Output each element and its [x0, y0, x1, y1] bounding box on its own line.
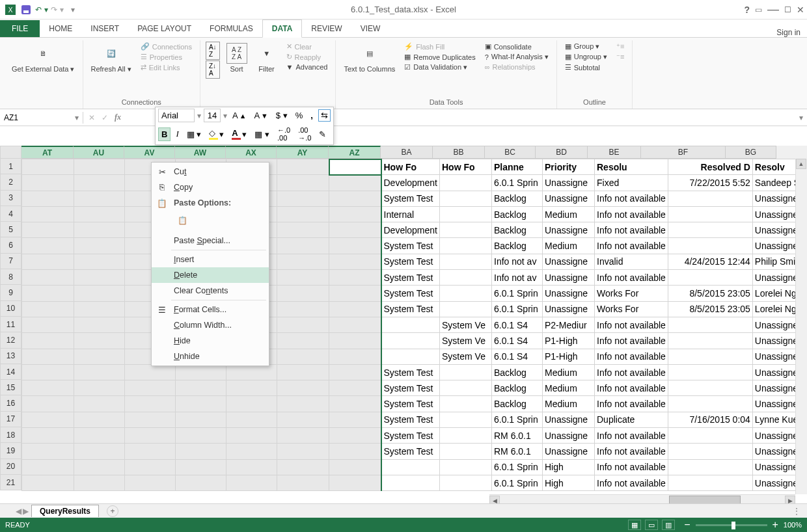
cell[interactable]: [329, 428, 381, 444]
row-header[interactable]: 3: [0, 191, 21, 206]
zoom-out-button[interactable]: −: [684, 519, 690, 531]
cell[interactable]: System Test: [381, 364, 440, 380]
cell[interactable]: [125, 428, 176, 444]
cell[interactable]: [176, 475, 226, 490]
borders-gallery-icon[interactable]: ▦ ▾: [252, 128, 272, 140]
cell[interactable]: Medium: [543, 238, 595, 254]
subtotal-button[interactable]: ☰Subtotal: [562, 62, 610, 72]
cell[interactable]: Info not available: [595, 380, 668, 396]
ctx-insert[interactable]: Insert: [152, 252, 269, 267]
borders-icon[interactable]: ▦ ▾: [184, 128, 204, 140]
cell[interactable]: [668, 475, 752, 490]
cell[interactable]: [74, 270, 125, 286]
cell[interactable]: System Test: [381, 396, 440, 412]
cell[interactable]: Backlog: [492, 222, 543, 238]
row-header[interactable]: 10: [0, 301, 21, 317]
minimize-icon[interactable]: —: [767, 3, 779, 16]
close-icon[interactable]: ✕: [797, 5, 804, 15]
cell[interactable]: Info not available: [595, 191, 668, 206]
chevron-down-icon[interactable]: ▾: [197, 111, 201, 120]
cell[interactable]: 6.0.1 Sprin: [492, 412, 543, 427]
cell[interactable]: [22, 206, 74, 222]
cell[interactable]: [381, 349, 440, 364]
namebox-dropdown-icon[interactable]: ▾: [75, 113, 79, 122]
cell[interactable]: [125, 380, 176, 396]
row-header[interactable]: 16: [0, 395, 21, 411]
new-sheet-button[interactable]: +: [107, 505, 118, 517]
view-normal-icon[interactable]: ▦: [628, 520, 641, 530]
ctx-unhide[interactable]: Unhide: [152, 349, 269, 364]
cell[interactable]: [22, 270, 74, 286]
column-header-BD[interactable]: BD: [536, 146, 588, 159]
cell[interactable]: [226, 428, 277, 444]
ctx-format-cells[interactable]: ☰Format Cells...: [152, 302, 269, 317]
cell[interactable]: Info not available: [595, 475, 668, 490]
cell[interactable]: Info not av: [492, 270, 543, 286]
cell[interactable]: [440, 396, 492, 412]
select-all-corner[interactable]: [0, 146, 21, 159]
cell[interactable]: System Test: [381, 191, 440, 206]
cell[interactable]: [74, 444, 125, 459]
cell[interactable]: [277, 159, 329, 175]
whatif-button[interactable]: ?What-If Analysis ▾: [482, 52, 551, 62]
cell[interactable]: [125, 459, 176, 475]
cell[interactable]: [277, 317, 329, 332]
cell[interactable]: 8/5/2015 23:05: [668, 301, 752, 317]
row-header[interactable]: 13: [0, 349, 21, 364]
cell[interactable]: Development: [381, 222, 440, 238]
cell[interactable]: [381, 333, 440, 349]
ctx-paste-special[interactable]: Paste Special...: [152, 233, 269, 248]
cell[interactable]: 7/22/2015 5:52: [668, 175, 752, 191]
cell[interactable]: Invalid: [595, 254, 668, 269]
cell[interactable]: [329, 459, 381, 475]
maximize-icon[interactable]: ☐: [784, 5, 791, 14]
cell[interactable]: [277, 222, 329, 238]
ribbon-display-icon[interactable]: ▭: [755, 5, 762, 14]
cell[interactable]: [125, 475, 176, 490]
cell[interactable]: 6.0.1 Sprin: [492, 286, 543, 301]
remove-duplicates-button[interactable]: ▦Remove Duplicates: [402, 52, 478, 62]
group-button[interactable]: ▦Group ▾: [562, 42, 610, 51]
cell[interactable]: Medium: [543, 206, 595, 222]
cell[interactable]: [277, 175, 329, 191]
cell[interactable]: [226, 475, 277, 490]
cell[interactable]: [74, 159, 125, 175]
cell[interactable]: Priority: [543, 159, 595, 175]
cell[interactable]: [668, 333, 752, 349]
cell[interactable]: High: [543, 475, 595, 490]
cell[interactable]: [22, 428, 74, 444]
cell[interactable]: [22, 333, 74, 349]
chevron-down-icon[interactable]: ▾: [223, 111, 227, 120]
cell[interactable]: [668, 270, 752, 286]
column-header-AX[interactable]: AX: [226, 146, 277, 159]
cell[interactable]: [329, 175, 381, 191]
cell[interactable]: Development: [381, 175, 440, 191]
cell[interactable]: [74, 317, 125, 332]
cell[interactable]: P2-Mediur: [543, 317, 595, 332]
cell[interactable]: System Test: [381, 444, 440, 459]
cell[interactable]: RM 6.0.1: [492, 444, 543, 459]
cell[interactable]: [668, 428, 752, 444]
cell[interactable]: [440, 206, 492, 222]
bold-button[interactable]: B: [158, 127, 171, 141]
cell[interactable]: [226, 412, 277, 427]
row-header[interactable]: 15: [0, 380, 21, 395]
cell[interactable]: [22, 286, 74, 301]
cell[interactable]: 6.0.1 S4: [492, 333, 543, 349]
row-header[interactable]: 12: [0, 332, 21, 348]
cell[interactable]: [381, 459, 440, 475]
font-color-icon[interactable]: A ▾: [229, 127, 249, 141]
cell[interactable]: [329, 238, 381, 254]
cell[interactable]: Info not available: [595, 317, 668, 332]
cell[interactable]: Backlog: [492, 191, 543, 206]
column-header-AW[interactable]: AW: [175, 146, 226, 159]
sheet-tab-queryresults[interactable]: QueryResults: [31, 505, 99, 517]
cell[interactable]: [277, 238, 329, 254]
sort-za-icon[interactable]: Z↓A: [206, 60, 220, 79]
cell[interactable]: [329, 159, 381, 175]
row-header[interactable]: 21: [0, 475, 21, 490]
cell[interactable]: [22, 317, 74, 332]
cell[interactable]: [440, 301, 492, 317]
format-painter-icon[interactable]: ✎: [316, 128, 329, 140]
cell[interactable]: Info not available: [595, 270, 668, 286]
